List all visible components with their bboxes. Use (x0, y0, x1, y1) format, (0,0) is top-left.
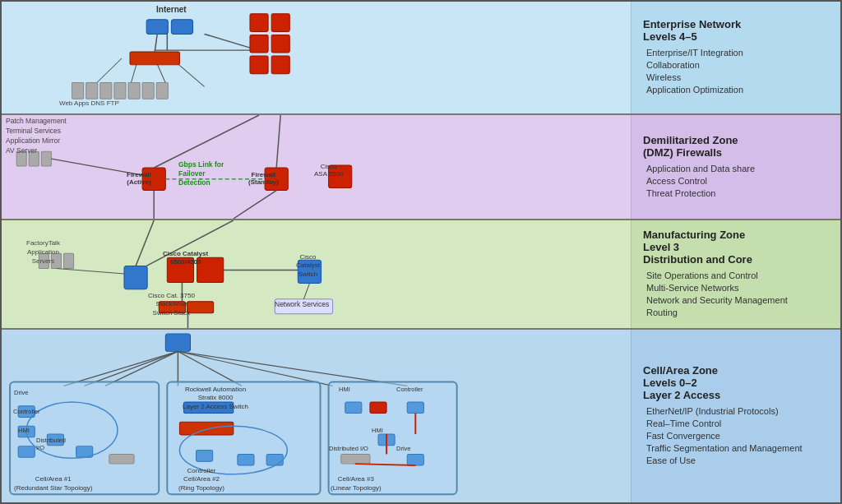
drive-label-1: Drive (14, 389, 29, 396)
dmz-title: Demilitarized Zone(DMZ) Firewalls (643, 134, 829, 159)
dmz-item-2: Access Control (643, 176, 829, 186)
cell-diagram: Cell/Area #1(Redundant Star Topology) Ro… (2, 330, 631, 502)
dmz-info: Demilitarized Zone(DMZ) Firewalls Applic… (631, 115, 840, 219)
manufacturing-title: Manufacturing ZoneLevel 3Distribution an… (643, 229, 829, 266)
svg-line-23 (155, 34, 157, 52)
svg-rect-78 (370, 402, 386, 414)
svg-rect-13 (250, 56, 268, 74)
enterprise-item-2: Collaboration (643, 60, 829, 70)
svg-rect-20 (142, 83, 154, 99)
hmi-label-3: HMI (339, 386, 350, 393)
cell-item-1: EtherNet/IP (Industrial Protocols) (643, 406, 829, 416)
enterprise-item-4: Application Optimization (643, 85, 829, 95)
distributed-io-label-3: Distributed I/O (329, 445, 368, 452)
drive-label-3: Drive (396, 445, 411, 452)
svg-rect-66 (18, 446, 35, 458)
enterprise-info: Enterprise NetworkLevels 4–5 Enterprise/… (631, 2, 840, 113)
cell-svg (2, 330, 631, 502)
svg-line-39 (56, 268, 130, 274)
svg-rect-11 (250, 35, 268, 53)
svg-line-59 (178, 351, 332, 386)
dmz-diagram: Patch ManagementTerminal ServicesApplica… (2, 115, 631, 219)
controller-label-1: Controller (13, 408, 40, 415)
cell2-label: ControllerCell/Area #2(Ring Topology) (178, 467, 224, 492)
enterprise-item-1: Enterprise/IT Integration (643, 48, 829, 58)
patch-mgmt-label: Patch ManagementTerminal ServicesApplica… (6, 117, 67, 156)
svg-rect-72 (179, 422, 233, 435)
dmz-item-1: Application and Data share (643, 164, 829, 173)
svg-rect-12 (271, 35, 289, 53)
main-container: Internet Web Apps DNS FTP Enterprise Net… (0, 0, 842, 504)
svg-rect-21 (156, 83, 168, 99)
svg-rect-69 (109, 454, 134, 464)
manufacturing-info: Manufacturing ZoneLevel 3Distribution an… (631, 220, 840, 328)
svg-rect-17 (100, 83, 112, 99)
cell-item-4: Traffic Segmentation and Management (643, 443, 829, 453)
dmz-row: Patch ManagementTerminal ServicesApplica… (2, 115, 840, 220)
svg-line-51 (136, 220, 154, 266)
firewall-standby-label: Firewall(Standby) (248, 171, 279, 186)
cell-item-5: Ease of Use (643, 455, 829, 465)
svg-rect-10 (271, 14, 289, 32)
svg-rect-15 (72, 83, 84, 99)
enterprise-item-3: Wireless (643, 72, 829, 82)
manufacturing-diagram: FactoryTalkApplicationServers Cisco Cata… (2, 220, 631, 328)
mfg-item-3: Network and Security Management (643, 295, 829, 305)
svg-rect-79 (407, 402, 423, 414)
enterprise-svg (2, 2, 631, 113)
svg-line-33 (234, 191, 276, 219)
svg-rect-18 (114, 83, 126, 99)
svg-rect-7 (146, 20, 168, 35)
stackwise-label: Cisco Cat. 3750StackWiseSwitch Stack (148, 292, 195, 317)
network-services-label: Network Services (275, 300, 329, 308)
svg-rect-40 (124, 266, 147, 289)
svg-rect-74 (266, 454, 283, 465)
svg-rect-53 (165, 334, 190, 351)
cisco-asa-label: CiscoASA 5500 (314, 163, 344, 178)
rockwell-label: Rockwell AutomationStratix 8000Layer 2 A… (183, 386, 248, 411)
svg-rect-81 (407, 454, 423, 465)
cell-item-2: Real–Time Control (643, 418, 829, 428)
svg-rect-82 (341, 454, 370, 464)
firewall-active-label: Firewall(Active) (127, 171, 151, 186)
svg-line-54 (63, 351, 178, 386)
cell1-label: Cell/Area #1(Redundant Star Topology) (14, 475, 92, 492)
distributed-io-label-1: DistributedI/O (36, 437, 66, 451)
svg-rect-8 (171, 20, 192, 35)
enterprise-title: Enterprise NetworkLevels 4–5 (643, 18, 829, 43)
svg-rect-19 (128, 83, 140, 99)
svg-rect-73 (238, 454, 254, 465)
internet-label: Internet (156, 5, 187, 14)
web-apps-label: Web Apps DNS FTP (59, 99, 119, 107)
svg-line-50 (303, 284, 309, 299)
hmi-label-3b: HMI (372, 427, 383, 434)
enterprise-diagram: Internet Web Apps DNS FTP (2, 2, 631, 113)
enterprise-row: Internet Web Apps DNS FTP Enterprise Net… (2, 2, 840, 115)
cell-item-3: Fast Convergence (643, 431, 829, 441)
svg-rect-14 (271, 56, 289, 74)
svg-rect-38 (63, 253, 73, 268)
svg-line-60 (178, 351, 407, 386)
mfg-item-2: Multi-Service Networks (643, 283, 829, 293)
svg-rect-77 (345, 402, 362, 414)
mfg-item-1: Site Operations and Control (643, 270, 829, 280)
dmz-item-3: Threat Protection (643, 188, 829, 198)
svg-rect-16 (86, 83, 98, 99)
mfg-item-4: Routing (643, 307, 829, 317)
controller-label-3: Controller (396, 386, 423, 393)
gbps-link-label: Gbps Link forFailoverDetection (178, 160, 224, 187)
svg-rect-75 (197, 451, 213, 462)
cell-row: Cell/Area #1(Redundant Star Topology) Ro… (2, 330, 840, 502)
factorytalk-label: FactoryTalkApplicationServers (26, 238, 60, 266)
hmi-label-1: HMI (18, 427, 30, 434)
svg-rect-9 (250, 14, 268, 32)
svg-rect-22 (130, 52, 179, 65)
svg-line-56 (105, 351, 178, 386)
catalyst-switch-label: CiscoCatalystSwitch (296, 253, 320, 279)
cell3-label: Cell/Area #3(Linear Topology) (331, 475, 382, 492)
cell-info: Cell/Area ZoneLevels 0–2Layer 2 Access E… (631, 330, 840, 502)
svg-line-35 (276, 115, 280, 168)
cell-title: Cell/Area ZoneLevels 0–2Layer 2 Access (643, 364, 829, 401)
svg-line-55 (85, 351, 178, 386)
manufacturing-row: FactoryTalkApplicationServers Cisco Cata… (2, 220, 840, 330)
